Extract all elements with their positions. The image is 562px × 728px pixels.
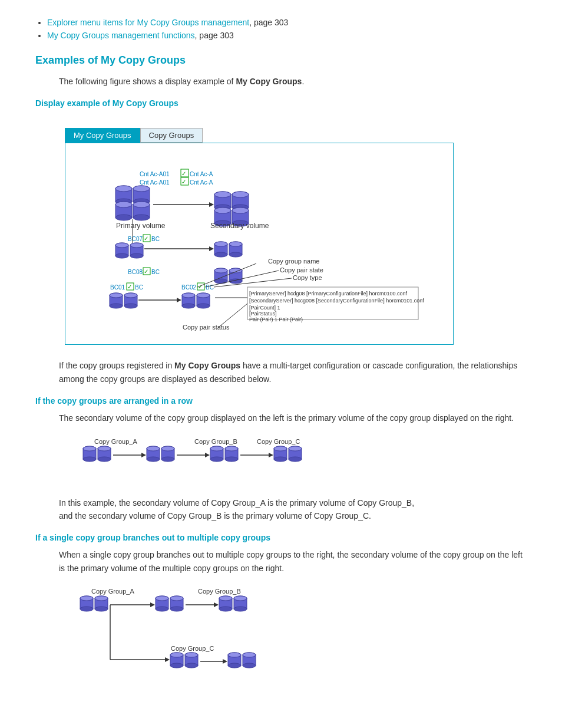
svg-point-145 [210,446,223,451]
sub-heading-1: Display example of My Copy Groups [35,98,527,108]
svg-text:Copy Group_A: Copy Group_A [94,438,137,445]
row-para-2: In this example, the secondary volume of… [35,496,527,523]
svg-point-81 [110,304,123,308]
svg-point-164 [80,607,93,611]
svg-point-197 [170,663,183,668]
svg-point-169 [95,596,108,601]
svg-point-144 [210,457,223,462]
tab-content: Cnt Ac-A01 ✓ Cnt Ac-A Cnt Ac-A01 ✓ Cnt A… [65,143,454,345]
svg-point-124 [83,446,96,451]
svg-text:✓: ✓ [181,170,186,177]
svg-point-42 [232,207,249,213]
svg-text:✓: ✓ [144,268,148,275]
sub-heading-3: If a single copy group branches out to m… [35,533,527,542]
svg-text:✓: ✓ [144,235,148,242]
svg-point-99 [182,304,195,308]
svg-text:BC07: BC07 [128,236,143,242]
svg-point-100 [182,293,195,298]
intro-bullets: Explorer menu items for My Copy Groups m… [35,18,527,40]
svg-text:Copy group name: Copy group name [268,258,319,265]
tab-my-copy-groups[interactable]: My Copy Groups [65,128,140,143]
svg-point-51 [115,243,128,248]
svg-text:[PrimaryServer] hcdg08 [Primar: [PrimaryServer] hcdg08 [PrimaryConfigura… [249,291,408,297]
svg-point-149 [225,446,238,451]
svg-text:Pair (Pair) 1 Pair (Pair): Pair (Pair) 1 Pair (Pair) [249,317,303,322]
volume-diagram: Cnt Ac-A01 ✓ Cnt Ac-A Cnt Ac-A01 ✓ Cnt A… [74,151,439,334]
svg-point-60 [214,252,227,257]
svg-text:Copy Group_C: Copy Group_C [171,645,214,652]
svg-text:BC02: BC02 [181,284,196,291]
svg-point-123 [83,457,96,462]
svg-text:Secondary volume: Secondary volume [210,222,269,230]
svg-point-185 [219,607,232,611]
sub-heading-2: If the copy groups are arranged in a row [35,396,527,406]
svg-point-86 [124,293,137,298]
svg-marker-26 [209,202,214,207]
svg-point-201 [185,663,198,668]
svg-point-64 [229,252,242,257]
svg-point-208 [228,653,241,657]
svg-point-15 [133,186,150,192]
svg-marker-204 [223,659,227,664]
svg-marker-141 [205,453,210,457]
bullet-2-link[interactable]: My Copy Groups management functions [47,31,195,40]
svg-text:✓: ✓ [127,284,132,290]
svg-point-55 [130,243,143,248]
row-diagram: Copy Group_A C [59,433,412,486]
svg-point-207 [228,663,241,668]
svg-point-34 [232,192,249,197]
svg-point-165 [80,596,93,601]
svg-text:Copy pair status: Copy pair status [183,324,230,331]
svg-text:Copy Group_C: Copy Group_C [257,438,300,445]
svg-point-198 [170,653,183,657]
svg-text:BC: BC [135,284,143,291]
svg-text:✓: ✓ [181,179,186,185]
svg-marker-57 [209,246,214,251]
svg-point-61 [214,242,227,246]
svg-point-179 [170,596,183,601]
svg-point-178 [170,607,183,611]
svg-text:Copy Group_A: Copy Group_A [91,588,134,595]
svg-point-18 [115,215,132,220]
svg-marker-130 [141,453,146,457]
svg-text:Cnt Ac-A: Cnt Ac-A [190,179,213,186]
svg-text:Copy Group_B: Copy Group_B [198,588,241,595]
tab-copy-groups[interactable]: Copy Groups [140,128,203,143]
svg-point-82 [110,293,123,298]
svg-text:BC: BC [151,269,160,275]
svg-point-38 [214,207,231,213]
svg-point-22 [133,215,150,220]
svg-point-186 [219,596,232,601]
section-heading: Examples of My Copy Groups [35,54,527,67]
svg-text:BC08: BC08 [128,269,143,275]
row-diagram-container: Copy Group_A C [59,433,527,488]
svg-point-159 [289,457,302,462]
svg-point-174 [156,607,168,611]
branch-diagram: Copy Group_A [59,583,353,713]
svg-line-113 [218,304,247,328]
svg-text:Copy type: Copy type [293,274,322,281]
svg-text:BC: BC [151,236,160,242]
svg-point-133 [147,457,160,462]
branch-diagram-container: Copy Group_A [59,583,527,714]
svg-point-190 [234,596,247,601]
svg-point-103 [197,304,210,308]
svg-point-156 [274,446,287,451]
bullet-2: My Copy Groups management functions, pag… [47,31,527,40]
svg-text:[PairStatus]: [PairStatus] [249,311,277,317]
svg-point-85 [124,304,137,308]
svg-point-127 [98,457,111,462]
svg-point-30 [214,192,231,197]
svg-point-50 [115,253,128,258]
svg-text:Cnt Ac-A01: Cnt Ac-A01 [140,179,170,186]
svg-point-19 [115,202,132,207]
svg-point-104 [197,293,210,298]
svg-point-211 [243,663,256,668]
bullet-1-link[interactable]: Explorer menu items for My Copy Groups m… [47,18,249,27]
svg-text:Primary volume: Primary volume [116,222,166,230]
svg-point-128 [98,446,111,451]
row-para: The secondary volume of the copy group d… [35,411,527,424]
svg-text:[SecondaryServer] hccg008 [Sec: [SecondaryServer] hccg008 [SecondaryConf… [249,298,424,304]
branch-para: When a single copy group branches out to… [35,548,527,575]
svg-point-65 [229,242,242,246]
